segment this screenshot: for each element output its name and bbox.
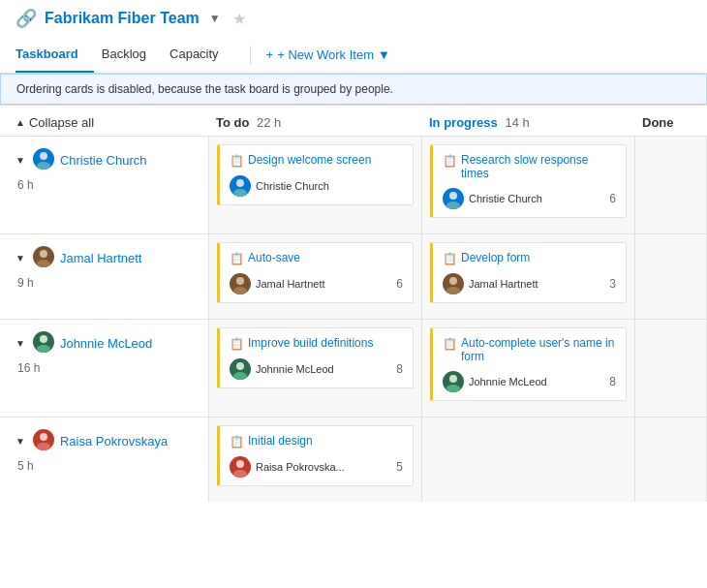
card-title[interactable]: 📋 Auto-save <box>230 251 403 265</box>
person-row: ▼ Christie Church 6 h 📋 Design welcome s… <box>0 136 707 233</box>
person-name[interactable]: Johnnie McLeod <box>60 336 152 351</box>
collapse-person-icon[interactable]: ▼ <box>15 436 25 447</box>
new-work-item-label: + New Work Item <box>277 47 374 62</box>
svg-point-14 <box>233 287 247 294</box>
task-card[interactable]: 📋 Research slow response times Christie … <box>430 144 627 218</box>
task-card[interactable]: 📋 Auto-save Jamal Hartnett 6 <box>217 242 414 303</box>
svg-point-8 <box>446 201 460 209</box>
card-user: Raisa Pokrovska... <box>230 456 345 478</box>
svg-point-29 <box>37 443 50 450</box>
team-icon: 🔗 <box>15 8 37 29</box>
svg-point-2 <box>37 162 50 170</box>
task-card[interactable]: 📋 Develop form Jamal Hartnett 3 <box>430 242 627 303</box>
todo-hours: 22 h <box>257 115 281 130</box>
person-hours: 9 h <box>15 276 193 290</box>
card-hours: 6 <box>609 192 616 205</box>
svg-point-32 <box>233 470 247 478</box>
card-title-text: Develop form <box>461 251 530 264</box>
person-row: ▼ Johnnie McLeod 16 h 📋 Improve build de… <box>0 319 707 417</box>
nav-bar: Taskboard Backlog Capacity + + New Work … <box>0 37 707 74</box>
svg-point-28 <box>40 433 47 441</box>
card-title-text: Research slow response times <box>461 153 616 180</box>
card-title[interactable]: 📋 Improve build definitions <box>230 336 403 351</box>
person-name[interactable]: Jamal Hartnett <box>60 251 142 265</box>
svg-point-7 <box>449 192 457 200</box>
new-work-item-button[interactable]: + + New Work Item ▼ <box>259 40 398 70</box>
avatar <box>230 358 251 380</box>
card-user-name: Jamal Hartnett <box>469 278 538 290</box>
svg-point-31 <box>236 460 244 468</box>
card-title[interactable]: 📋 Initial design <box>230 434 403 449</box>
card-title[interactable]: 📋 Develop form <box>443 251 616 265</box>
tab-capacity[interactable]: Capacity <box>169 37 234 73</box>
card-title[interactable]: 📋 Design welcome screen <box>230 153 403 168</box>
col-done <box>634 137 707 233</box>
person-label: ▼ Johnnie McLeod 16 h <box>0 320 208 417</box>
person-label: ▼ Raisa Pokrovskaya 5 h <box>0 418 208 502</box>
svg-point-4 <box>236 179 244 187</box>
col-header-done: Done <box>634 109 707 136</box>
task-icon: 📋 <box>443 337 457 351</box>
svg-point-10 <box>40 250 47 258</box>
todo-label: To do <box>216 115 249 130</box>
collapse-person-icon[interactable]: ▼ <box>15 253 25 263</box>
collapse-person-icon[interactable]: ▼ <box>15 338 25 349</box>
svg-point-11 <box>37 260 50 267</box>
board-columns-header: ▲ Collapse all To do 22 h In progress 14… <box>0 105 707 136</box>
card-title-text: Improve build definitions <box>248 336 373 350</box>
col-inprogress <box>421 418 634 502</box>
avatar <box>443 273 464 294</box>
card-footer: Christie Church <box>230 175 403 197</box>
svg-point-25 <box>449 375 457 383</box>
person-hours: 5 h <box>15 459 193 473</box>
task-card[interactable]: 📋 Initial design Raisa Pokrovska... 5 <box>217 425 414 486</box>
card-user-name: Christie Church <box>256 180 329 192</box>
task-card[interactable]: 📋 Improve build definitions Johnnie McLe… <box>217 327 414 388</box>
svg-point-17 <box>446 287 460 294</box>
inprogress-hours: 14 h <box>505 115 529 130</box>
person-avatar <box>33 246 54 270</box>
card-hours: 6 <box>396 277 403 291</box>
top-bar: 🔗 Fabrikam Fiber Team ▼ ★ <box>0 0 707 37</box>
person-name[interactable]: Raisa Pokrovskaya <box>60 434 168 449</box>
avatar <box>443 188 464 209</box>
person-name[interactable]: Christie Church <box>60 153 147 168</box>
card-user: Christie Church <box>443 188 542 209</box>
card-hours: 8 <box>396 362 403 376</box>
nav-divider <box>250 46 251 65</box>
person-hours: 6 h <box>15 178 193 192</box>
person-avatar <box>33 331 54 356</box>
col-inprogress: 📋 Research slow response times Christie … <box>421 137 634 233</box>
task-card[interactable]: 📋 Auto-complete user's name in form John… <box>430 327 627 401</box>
card-title-text: Auto-complete user's name in form <box>461 336 616 363</box>
card-hours: 5 <box>396 460 403 474</box>
tab-taskboard[interactable]: Taskboard <box>15 37 94 73</box>
svg-point-1 <box>40 152 47 160</box>
card-user-name: Johnnie McLeod <box>256 363 334 375</box>
col-done <box>634 234 707 319</box>
person-label: ▼ Christie Church 6 h <box>0 137 208 233</box>
person-row: ▼ Jamal Hartnett 9 h 📋 Auto-save Jamal H… <box>0 233 707 319</box>
task-icon: 📋 <box>443 252 457 265</box>
col-todo: 📋 Initial design Raisa Pokrovska... 5 <box>208 418 421 502</box>
card-user: Johnnie McLeod <box>443 371 547 392</box>
svg-point-13 <box>236 277 244 285</box>
card-title[interactable]: 📋 Auto-complete user's name in form <box>443 336 616 363</box>
card-title[interactable]: 📋 Research slow response times <box>443 153 616 180</box>
team-name[interactable]: Fabrikam Fiber Team <box>45 10 200 27</box>
col-header-inprogress: In progress 14 h <box>421 109 634 136</box>
card-hours: 3 <box>609 277 616 291</box>
svg-point-23 <box>233 372 247 380</box>
col-inprogress: 📋 Develop form Jamal Hartnett 3 <box>421 234 634 319</box>
svg-point-26 <box>446 385 460 392</box>
collapse-all-button[interactable]: ▲ Collapse all <box>0 109 208 136</box>
col-todo: 📋 Auto-save Jamal Hartnett 6 <box>208 234 421 319</box>
collapse-person-icon[interactable]: ▼ <box>15 155 25 166</box>
person-row: ▼ Raisa Pokrovskaya 5 h 📋 Initial design… <box>0 417 707 502</box>
favorite-icon[interactable]: ★ <box>232 10 246 28</box>
tab-backlog[interactable]: Backlog <box>102 37 162 73</box>
card-user: Christie Church <box>230 175 329 197</box>
team-dropdown-icon[interactable]: ▼ <box>209 12 221 25</box>
task-card[interactable]: 📋 Design welcome screen Christie Church <box>217 144 414 205</box>
svg-point-5 <box>233 189 247 197</box>
